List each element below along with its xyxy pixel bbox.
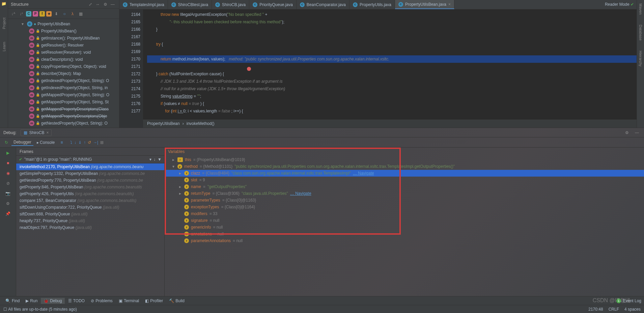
stack-frame[interactable]: getProperty:846, PropertyUtilsBean (org.… (16, 184, 164, 190)
stack-frame[interactable]: getProperty:426, PropertyUtils (org.apac… (16, 190, 164, 197)
tree-method[interactable]: m🔒getIndexedProperty(Object, String, in (8, 84, 119, 91)
step-over-icon[interactable]: ⤵ (70, 140, 72, 145)
tree-method[interactable]: m🔒getInstance(): PropertyUtilsBean (8, 34, 119, 42)
code-area[interactable]: throw new IllegalArgumentException("No b… (143, 9, 644, 128)
stack-frame[interactable]: invokeMethod:2170, PropertyUtilsBean (or… (16, 163, 164, 170)
filter-frame-icon[interactable]: ▼ (158, 157, 162, 162)
editor-tab[interactable]: CShiroCB.java (212, 0, 249, 9)
close-icon[interactable]: × (46, 130, 49, 135)
tree-method[interactable]: m🔒clearDescriptors(): void (8, 56, 119, 63)
anon-icon[interactable]: ▦ (77, 10, 84, 17)
editor-tab[interactable]: CShiroCBtest.java (168, 0, 212, 9)
resume-icon[interactable]: ▶ (5, 150, 11, 156)
threads-icon[interactable]: ≡ (58, 139, 65, 146)
project-tab[interactable]: Project (1, 16, 7, 30)
editor-tab[interactable]: CPropertyUtilsBean.java× (395, 0, 454, 9)
gear-icon[interactable]: ⚙ (102, 1, 109, 8)
view-breakpoints-icon[interactable]: ◉ (5, 170, 11, 177)
tree-method[interactable]: m🔒getNestedProperty(Object, String): O (8, 120, 119, 127)
caret-position[interactable]: 2170:48 (588, 307, 603, 312)
stack-frame[interactable]: compare:157, BeanComparator (org.apache.… (16, 197, 164, 204)
stack-frame[interactable]: siftDownUsingComparator:722, PriorityQue… (16, 204, 164, 211)
stop-icon[interactable]: ■ (5, 160, 11, 166)
locate-icon[interactable]: ↔ (94, 1, 101, 8)
navigate-link[interactable]: … Navigate (353, 171, 374, 176)
settings2-icon[interactable]: ⚙ (5, 200, 11, 207)
bottom-tab-find[interactable]: 🔍Find (3, 298, 22, 304)
line-number[interactable]: 2164 (119, 11, 140, 18)
navigate-link[interactable]: … Navigate (290, 191, 311, 196)
tree-method[interactable]: m🔒getMappedProperty(Object, String): O (8, 91, 119, 98)
variable-row[interactable]: ▾pmethod = {Method@1101} "public synchro… (165, 163, 644, 170)
variable-row[interactable]: fannotations = null (165, 231, 644, 237)
variable-row[interactable]: ▸fclazz = {Class@484} "class com.sun.org… (165, 170, 644, 177)
expand-icon[interactable]: ▸ (178, 191, 182, 196)
variable-row[interactable]: ▸fname = "getOutputProperties" (165, 183, 644, 190)
learn-tab[interactable]: Learn (1, 41, 7, 53)
debug-settings-icon[interactable]: ⚙ (623, 129, 630, 136)
editor-tab[interactable]: CPropertyUtils.java (349, 0, 395, 9)
expand-icon[interactable]: ▸ (178, 171, 182, 176)
expand-icon[interactable]: ▾ (171, 164, 175, 169)
line-number[interactable]: 2171 (119, 63, 140, 70)
line-number[interactable]: 2168 (119, 41, 140, 48)
console-tab[interactable]: ▸ Console (35, 139, 57, 146)
bottom-tab-terminal[interactable]: ▣Terminal (116, 298, 142, 304)
bottom-tab-run[interactable]: ▶Run (23, 298, 40, 304)
variable-row[interactable]: ▸freturnType = {Class@306} "class java.u… (165, 190, 644, 197)
line-number[interactable]: 2165 (119, 18, 140, 26)
close-tab-icon[interactable]: × (448, 2, 451, 7)
variable-row[interactable]: fslot = 9 (165, 177, 644, 183)
tree-method[interactable]: m🔒describe(Object): Map (8, 70, 119, 77)
bottom-tab-build[interactable]: 🔨Build (166, 298, 187, 304)
stack-frame[interactable]: getNestedProperty:770, PropertyUtilsBean… (16, 177, 164, 184)
filter2-icon[interactable]: ⬇ (53, 10, 60, 17)
tree-method[interactable]: m🔒getResolver(): Resolver (8, 42, 119, 49)
editor-tab[interactable]: CBeanComparator.java (297, 0, 349, 9)
bottom-tab-todo[interactable]: ☰TODO (65, 298, 87, 304)
variable-row[interactable]: fsignature = null (165, 217, 644, 224)
tree-method[interactable]: m🔒getMappedProperty(Object, String, St (8, 98, 119, 105)
line-separator[interactable]: CRLF (609, 307, 619, 312)
breadcrumb-class[interactable]: PropertyUtilsBean (147, 121, 180, 126)
thread-selector[interactable]: ✔ "main"@1 in group "main": RUNNING ▾ ↓ … (16, 156, 164, 163)
pin-icon[interactable]: 📌 (5, 210, 11, 217)
tree-method[interactable]: m🔒copyProperties(Object, Object): void (8, 63, 119, 70)
dropdown-icon[interactable]: ▾ (149, 157, 151, 162)
reader-mode-label[interactable]: Reader Mode ✔ (605, 2, 634, 7)
drop-frame-icon[interactable]: ↺ (88, 140, 91, 145)
hide-icon[interactable]: — (109, 1, 116, 8)
expand-icon[interactable]: ⤢ (87, 1, 94, 8)
stack-frame[interactable]: getSimpleProperty:1332, PropertyUtilsBea… (16, 170, 164, 177)
bottom-tab-problems[interactable]: ⊘Problems (88, 298, 115, 304)
editor-tab[interactable]: CPriorityQueue.java (249, 0, 297, 9)
sort-icon[interactable]: ↓ᴬ (10, 10, 17, 17)
filter-p-icon[interactable]: P (33, 11, 38, 17)
sort2-icon[interactable]: ↓ᶻ (18, 10, 25, 17)
line-number[interactable]: 2174 (119, 85, 140, 93)
stack-frame[interactable]: siftDown:688, PriorityQueue (java.util) (16, 211, 164, 217)
line-number[interactable]: 2169 (119, 48, 140, 55)
tree-method[interactable]: m🔒PropertyUtilsBean() (8, 27, 119, 34)
line-number[interactable]: 2167 (119, 33, 140, 41)
stack-frame[interactable]: readObject:797, PriorityQueue (java.util… (16, 224, 164, 231)
run-to-cursor-icon[interactable]: →| (93, 140, 98, 145)
filter-m-icon[interactable]: ★ (46, 11, 52, 17)
line-number[interactable]: 2173 (119, 78, 140, 85)
line-number[interactable]: 2175 (119, 93, 140, 100)
debug-hide-icon[interactable]: — (634, 129, 640, 136)
expand-icon[interactable]: ▸ (178, 184, 182, 189)
filter-c-icon[interactable]: C (26, 11, 31, 17)
tree-method[interactable]: m🔒getMappedPropertyDescriptors(Obje (8, 112, 119, 120)
step-out-icon[interactable]: ↑ (84, 140, 86, 145)
force-step-into-icon[interactable]: ⇓ (78, 140, 82, 145)
filter3-icon[interactable]: ○ (61, 10, 68, 17)
indent-info[interactable]: 4 spaces (624, 307, 641, 312)
bottom-tab-debug[interactable]: 🐞Debug (41, 298, 64, 304)
evaluate-icon[interactable]: ⊞ (100, 140, 104, 145)
stack-frame[interactable]: heapify:737, PriorityQueue (java.util) (16, 217, 164, 224)
step-into-icon[interactable]: ↓ (74, 140, 76, 145)
variable-row[interactable]: fgenericInfo = null (165, 224, 644, 231)
lambda-icon[interactable]: λ (69, 10, 76, 17)
editor-tab[interactable]: CTemplatesImpl.java (119, 0, 168, 9)
